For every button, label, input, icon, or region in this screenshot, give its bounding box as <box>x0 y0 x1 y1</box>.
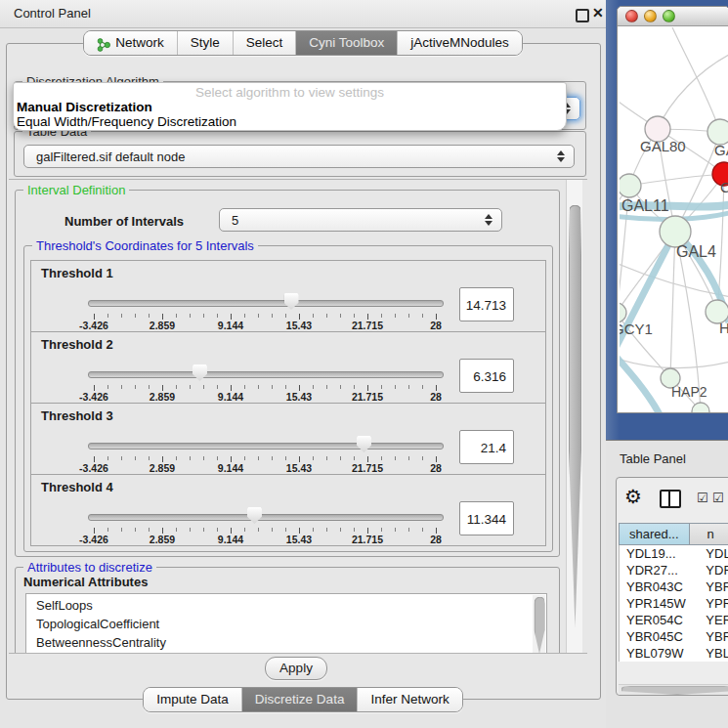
threshold-value-field[interactable]: 14.713 <box>459 287 514 321</box>
num-intervals-value: 5 <box>232 213 238 228</box>
tick-mark <box>313 528 314 532</box>
tab-discretize-data[interactable]: Discretize Data <box>241 688 358 711</box>
algorithm-option-manual-discretization[interactable]: Manual Discretization <box>17 100 152 114</box>
table-row[interactable]: YBL079WYBL0 <box>620 645 728 662</box>
cell-shared-name[interactable]: YDL19... <box>620 545 699 562</box>
table-row[interactable]: YER054CYER0 <box>620 612 728 628</box>
tick-mark <box>176 456 177 460</box>
network-window-titlebar[interactable] <box>618 7 728 26</box>
threshold-value-field[interactable]: 21.4 <box>459 430 514 464</box>
tick-mark <box>258 528 259 532</box>
list-vertical-scrollbar[interactable] <box>533 595 545 654</box>
slider-thumb[interactable] <box>284 293 299 310</box>
tab-label: Select <box>246 31 283 55</box>
cell-name[interactable]: YDL1 <box>699 545 728 562</box>
scale-label: 2.859 <box>133 320 192 331</box>
table-row[interactable]: YPR145WYPR1 <box>620 595 728 612</box>
tick-mark <box>326 314 327 318</box>
slider-track[interactable] <box>88 514 444 521</box>
scale-label: 2.859 <box>133 391 192 403</box>
apply-button[interactable]: Apply <box>265 657 327 680</box>
tick-mark <box>203 528 204 532</box>
attribute-item[interactable]: SelfLoops <box>36 596 546 615</box>
tick-mark <box>354 385 355 389</box>
cell-name[interactable]: YBR0 <box>699 628 728 645</box>
cell-name[interactable]: YBL0 <box>699 645 728 662</box>
scale-label: -3.426 <box>64 320 123 331</box>
slider-track[interactable] <box>88 443 444 450</box>
thresholds-group-title: Threshold's Coordinates for 5 Intervals <box>32 238 258 253</box>
tick-mark <box>121 385 122 389</box>
cell-name[interactable]: YBR0 <box>699 578 728 595</box>
close-icon[interactable]: ✕ <box>592 5 604 21</box>
cell-shared-name[interactable]: YBR043C <box>620 578 699 595</box>
spinner-arrows-icon <box>484 209 492 231</box>
scrollbar-thumb[interactable] <box>569 205 581 627</box>
slider-thumb[interactable] <box>357 436 371 452</box>
table-row[interactable]: YBR045CYBR0 <box>620 628 728 645</box>
cell-shared-name[interactable]: YDR27... <box>620 562 699 578</box>
tick-mark <box>135 314 136 318</box>
columns-icon[interactable] <box>660 490 681 508</box>
table-panel-body: ⚙ ☑ ☑ shared... n YDL19...YDL1YDR27...YD… <box>616 477 728 696</box>
cell-shared-name[interactable]: YER054C <box>620 612 699 628</box>
slider-thumb[interactable] <box>247 507 262 524</box>
algorithm-option-equal-width-frequency-discretization[interactable]: Equal Width/Frequency Discretization <box>17 114 236 129</box>
tab-label: Infer Network <box>370 688 449 711</box>
num-intervals-spinner[interactable]: 5 <box>219 208 502 232</box>
network-node-gal11[interactable] <box>620 174 641 197</box>
scale-label: 15.43 <box>270 462 328 474</box>
attribute-items: SelfLoopsTopologicalCoefficientBetweenne… <box>26 594 546 652</box>
threshold-panel-3: Threshold 3-3.4262.8599.14415.4321.71528… <box>30 403 546 475</box>
tick-mark <box>121 314 122 318</box>
scrollbar-thumb[interactable] <box>621 686 728 695</box>
tab-network[interactable]: Network <box>84 31 177 55</box>
scrollbar-thumb[interactable] <box>535 597 545 654</box>
column-header-shared-name[interactable]: shared... <box>619 523 690 545</box>
tab-jactivemnodules[interactable]: jActiveMNodules <box>397 31 522 55</box>
tick-mark <box>381 528 382 532</box>
gear-icon[interactable]: ⚙ <box>624 487 642 506</box>
attribute-item[interactable]: BetweennessCentrality <box>36 633 546 652</box>
scale-label: 9.144 <box>201 462 260 474</box>
network-canvas[interactable]: GAL80GACGAL11GAL4GCY1HHAP2 <box>620 27 728 412</box>
slider-track[interactable] <box>88 371 444 378</box>
numerical-attributes-label: Numerical Attributes <box>23 575 148 589</box>
slider-track[interactable] <box>88 300 444 307</box>
tick-mark <box>395 385 396 389</box>
tab-infer-network[interactable]: Infer Network <box>357 688 461 711</box>
tab-cyni-toolbox[interactable]: Cyni Toolbox <box>295 31 397 55</box>
close-traffic-light[interactable] <box>625 10 638 22</box>
table-data-combo-value: galFiltered.sif default node <box>36 150 185 164</box>
float-icon[interactable] <box>576 9 589 22</box>
threshold-value-field[interactable]: 6.316 <box>459 359 514 393</box>
table-row[interactable]: YBR043CYBR0 <box>620 578 728 595</box>
table-data-combo[interactable]: galFiltered.sif default node <box>23 145 575 168</box>
threshold-value-field[interactable]: 11.344 <box>459 501 514 535</box>
column-header-name[interactable]: n <box>690 523 728 545</box>
cell-shared-name[interactable]: YBR045C <box>620 628 699 645</box>
table-row[interactable]: YDL19...YDL1 <box>620 545 728 562</box>
select-all-checkbox-icon[interactable]: ☑ <box>697 492 708 504</box>
tab-style[interactable]: Style <box>177 31 233 55</box>
cell-name[interactable]: YDR2 <box>699 562 728 578</box>
zoom-traffic-light[interactable] <box>663 10 675 22</box>
tick-mark <box>408 456 409 460</box>
cell-name[interactable]: YER0 <box>699 612 728 628</box>
attribute-item[interactable]: TopologicalCoefficient <box>36 615 546 633</box>
table-row[interactable]: YDR27...YDR2 <box>620 562 728 578</box>
interval-group-title: Interval Definition <box>23 183 129 197</box>
network-node-gcy1[interactable] <box>620 303 626 322</box>
table-horizontal-scrollbar[interactable] <box>619 684 728 695</box>
deselect-all-checkbox-icon[interactable]: ☑ <box>712 492 724 504</box>
cell-shared-name[interactable]: YPR145W <box>620 595 699 612</box>
tab-label: Discretize Data <box>255 688 345 711</box>
slider-thumb[interactable] <box>193 364 207 381</box>
tab-select[interactable]: Select <box>233 31 296 55</box>
settings-vertical-scrollbar[interactable] <box>566 180 582 653</box>
cell-shared-name[interactable]: YBL079W <box>620 645 699 662</box>
tab-impute-data[interactable]: Impute Data <box>144 688 241 711</box>
numerical-attributes-list[interactable]: SelfLoopsTopologicalCoefficientBetweenne… <box>25 593 547 654</box>
cell-name[interactable]: YPR1 <box>699 595 728 612</box>
minimize-traffic-light[interactable] <box>644 10 657 22</box>
